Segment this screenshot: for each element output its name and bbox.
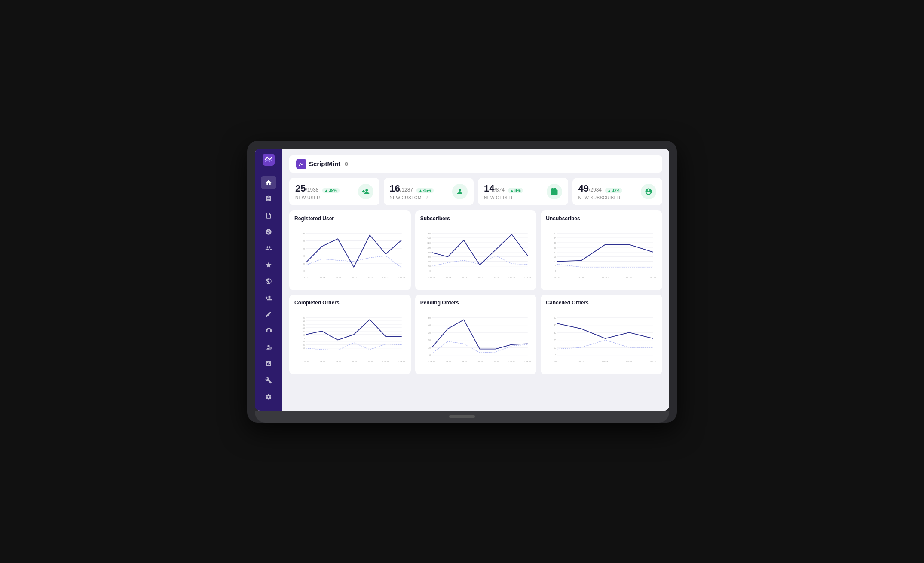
svg-text:10: 10: [303, 347, 305, 350]
chart-container-4: 01020304050Oct 23Oct 24Oct 25Oct 26Oct 2…: [420, 309, 532, 369]
svg-rect-0: [263, 154, 275, 166]
sidebar-item-support[interactable]: [261, 324, 276, 338]
chart-container-5: 01020304050Oct 23Oct 24Oct 25Oct 26Oct 2…: [546, 309, 657, 369]
sidebar-item-user-plus[interactable]: [261, 291, 276, 304]
svg-text:160: 160: [427, 232, 431, 234]
svg-text:30: 30: [428, 332, 431, 334]
svg-text:Oct 23: Oct 23: [554, 361, 561, 363]
sidebar-item-coins[interactable]: [261, 225, 276, 239]
svg-text:20: 20: [303, 262, 305, 265]
svg-text:50: 50: [554, 316, 557, 319]
sidebar-item-home[interactable]: [261, 176, 276, 189]
sidebar-item-star[interactable]: [261, 258, 276, 272]
svg-text:Oct 27: Oct 27: [493, 277, 499, 279]
svg-text:50: 50: [303, 320, 305, 322]
svg-text:40: 40: [303, 255, 305, 257]
stat-badge-new-customer: 45%: [416, 188, 434, 193]
chart-title-1: Subscribers: [420, 216, 532, 222]
chart-card-2: Unsubscribes0510152025303540Oct 23Oct 24…: [541, 210, 662, 290]
sidebar-item-settings[interactable]: [261, 390, 276, 404]
svg-text:120: 120: [427, 242, 431, 244]
svg-text:Oct 24: Oct 24: [444, 361, 451, 363]
svg-text:10: 10: [554, 261, 557, 263]
svg-text:45: 45: [303, 323, 305, 326]
svg-text:Oct 26: Oct 26: [351, 361, 357, 363]
sidebar-item-tools[interactable]: [261, 374, 276, 387]
svg-text:40: 40: [554, 232, 557, 234]
sidebar: [255, 149, 282, 411]
stat-card-new-customer: 16/1287 45% NEW CUSTOMER: [384, 178, 474, 205]
svg-text:30: 30: [554, 242, 557, 244]
stat-label-new-customer: NEW CUSTOMER: [390, 195, 434, 200]
svg-text:40: 40: [554, 324, 557, 326]
stat-label-new-user: NEW USER: [295, 195, 340, 200]
chart-container-2: 0510152025303540Oct 23Oct 24Oct 25Oct 26…: [546, 225, 657, 285]
stat-value-new-customer: 16/1287 45%: [390, 183, 434, 194]
stat-left-new-subscriber: 49/2984 32% NEW SUBSCRIBER: [578, 183, 623, 200]
svg-text:Oct 24: Oct 24: [444, 277, 451, 279]
sidebar-item-team[interactable]: [261, 341, 276, 354]
svg-text:25: 25: [303, 337, 305, 339]
svg-text:Oct 23: Oct 23: [428, 277, 435, 279]
svg-text:Oct 28: Oct 28: [382, 277, 389, 279]
svg-text:40: 40: [428, 261, 431, 263]
chart-title-3: Completed Orders: [294, 300, 406, 306]
sidebar-logo: [263, 154, 275, 166]
stat-icon-new-order: [547, 184, 562, 199]
stat-left-new-user: 25/1938 39% NEW USER: [295, 183, 340, 200]
svg-text:Oct 25: Oct 25: [602, 277, 609, 279]
sidebar-item-chart[interactable]: [261, 357, 276, 371]
svg-text:Oct 26: Oct 26: [351, 277, 357, 279]
sidebar-item-edit[interactable]: [261, 307, 276, 321]
svg-text:Oct 23: Oct 23: [303, 277, 309, 279]
svg-text:50: 50: [428, 316, 431, 319]
sidebar-item-globe[interactable]: [261, 274, 276, 288]
svg-text:0: 0: [429, 270, 431, 272]
stat-icon-new-subscriber: [641, 184, 656, 199]
svg-text:Oct 29: Oct 29: [524, 277, 531, 279]
main-content: ScriptMint 25/1938 39% NEW USER: [282, 149, 669, 411]
charts-grid: Registered User020406080100Oct 23Oct 24O…: [289, 210, 662, 374]
svg-text:Oct 24: Oct 24: [578, 361, 585, 363]
svg-text:100: 100: [301, 232, 305, 234]
svg-text:Oct 29: Oct 29: [399, 361, 405, 363]
svg-text:Oct 27: Oct 27: [367, 277, 373, 279]
sidebar-item-clipboard[interactable]: [261, 192, 276, 206]
screen-inner: ScriptMint 25/1938 39% NEW USER: [255, 149, 669, 411]
svg-text:15: 15: [554, 256, 557, 258]
svg-text:20: 20: [554, 339, 557, 341]
chart-card-5: Cancelled Orders01020304050Oct 23Oct 24O…: [541, 295, 662, 374]
svg-text:Oct 29: Oct 29: [524, 361, 531, 363]
svg-text:Oct 27: Oct 27: [650, 277, 657, 279]
stat-value-new-user: 25/1938 39%: [295, 183, 340, 194]
sidebar-item-file[interactable]: [261, 208, 276, 222]
svg-text:Oct 25: Oct 25: [335, 277, 341, 279]
svg-text:40: 40: [303, 327, 305, 329]
svg-text:60: 60: [428, 256, 431, 258]
svg-text:Oct 24: Oct 24: [319, 277, 325, 279]
svg-text:Oct 27: Oct 27: [367, 361, 373, 363]
svg-text:30: 30: [554, 332, 557, 334]
svg-text:25: 25: [554, 247, 557, 249]
chart-card-4: Pending Orders01020304050Oct 23Oct 24Oct…: [415, 295, 537, 374]
svg-text:35: 35: [303, 330, 305, 332]
sidebar-item-users[interactable]: [261, 241, 276, 255]
svg-text:Oct 23: Oct 23: [428, 361, 435, 363]
stat-card-new-order: 14/874 8% NEW ORDER: [478, 178, 568, 205]
stat-badge-new-user: 39%: [322, 188, 340, 193]
laptop-outer: ScriptMint 25/1938 39% NEW USER: [247, 141, 677, 423]
stat-value-new-subscriber: 49/2984 32%: [578, 183, 623, 194]
svg-text:Oct 26: Oct 26: [477, 361, 483, 363]
header: ScriptMint: [289, 155, 662, 173]
app-name: ScriptMint: [309, 160, 340, 167]
svg-text:Oct 25: Oct 25: [602, 361, 609, 363]
svg-text:10: 10: [428, 347, 431, 349]
stat-card-new-user: 25/1938 39% NEW USER: [289, 178, 379, 205]
logo-icon: [296, 159, 306, 169]
svg-text:Oct 25: Oct 25: [461, 361, 467, 363]
chart-container-3: 10152025303540455055Oct 23Oct 24Oct 25Oc…: [294, 309, 406, 369]
laptop-notch: [449, 415, 475, 418]
svg-text:Oct 25: Oct 25: [335, 361, 341, 363]
svg-text:10: 10: [554, 347, 557, 349]
stat-card-new-subscriber: 49/2984 32% NEW SUBSCRIBER: [572, 178, 663, 205]
